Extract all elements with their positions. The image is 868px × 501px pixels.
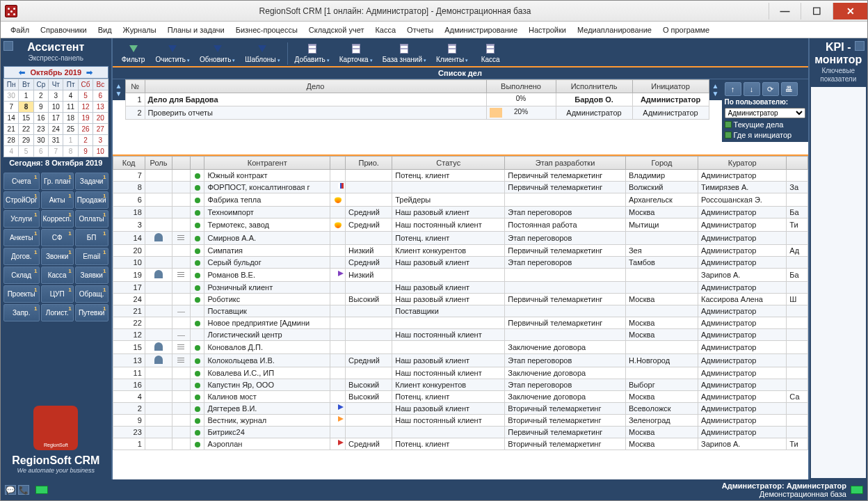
move-up-icon[interactable]: ↑: [725, 82, 741, 96]
contr-row[interactable]: 15Коновалов Д.П.Заключение договораАдмин…: [113, 341, 807, 354]
toolbar-refresh[interactable]: Обновить▾: [195, 41, 239, 65]
scroll-up-icon[interactable]: ▲: [712, 82, 719, 90]
quick-Оплаты[interactable]: Оплаты1: [75, 210, 108, 228]
menu-Бизнес-процессы[interactable]: Бизнес-процессы: [232, 24, 302, 35]
cal-day[interactable]: 26: [78, 124, 93, 135]
cal-day[interactable]: 10: [93, 146, 108, 157]
contr-col[interactable]: [172, 157, 190, 170]
contractors-table[interactable]: КодРольКонтрагентПрио.СтатусЭтап разрабо…: [113, 156, 808, 450]
cal-day[interactable]: 4: [4, 146, 19, 157]
quick-Услуги[interactable]: Услуги1: [3, 210, 40, 228]
cal-day[interactable]: 5: [19, 146, 33, 157]
cal-day[interactable]: 3: [93, 135, 108, 146]
cases-row[interactable]: 1Дело для Бардова0%Бардов О.Администрато…: [125, 93, 709, 106]
contr-col[interactable]: Город: [625, 157, 698, 170]
toolbar-card[interactable]: Карточка▾: [335, 41, 377, 65]
menu-О программе[interactable]: О программе: [659, 24, 714, 35]
quick-БП[interactable]: БП1: [75, 229, 108, 246]
contr-row[interactable]: 12—Логистический центрНаш постоянный кли…: [113, 329, 807, 341]
chk-initiator[interactable]: Где я инициатор: [725, 131, 805, 139]
quick-Догов.[interactable]: Догов.1: [3, 248, 40, 265]
chk-current[interactable]: Текущие дела: [725, 120, 805, 129]
cases-col[interactable]: №: [125, 80, 145, 93]
quick-Обращ.[interactable]: Обращ.1: [75, 285, 108, 303]
collapse-icon[interactable]: [855, 41, 865, 51]
quick-ЦУП[interactable]: ЦУП1: [41, 285, 74, 303]
cal-day[interactable]: 7: [49, 146, 63, 157]
toolbar-add[interactable]: Добавить▾: [291, 41, 334, 65]
close-button[interactable]: ✕: [833, 3, 867, 19]
menu-Файл[interactable]: Файл: [6, 24, 33, 35]
scroll-up-icon[interactable]: ▲: [115, 82, 122, 90]
cal-day[interactable]: 3: [49, 90, 63, 102]
quick-Логист.[interactable]: Логист.1: [41, 304, 74, 321]
toolbar-clients[interactable]: Клиенты▾: [432, 41, 472, 65]
cal-day[interactable]: 27: [93, 124, 108, 135]
cal-day[interactable]: 15: [19, 113, 33, 124]
contr-col[interactable]: Код: [113, 157, 145, 170]
cal-day[interactable]: 13: [93, 102, 108, 113]
contr-col[interactable]: Роль: [145, 157, 172, 170]
cal-day[interactable]: 30: [33, 135, 48, 146]
quick-Касса[interactable]: Касса1: [41, 267, 74, 284]
cal-day[interactable]: 31: [49, 135, 63, 146]
toolbar-clear[interactable]: Очистить▾: [152, 41, 195, 65]
quick-Счета[interactable]: Счета1: [3, 173, 40, 190]
cases-table[interactable]: №ДелоВыполненоИсполнительИнициатор 1Дело…: [125, 79, 709, 120]
contr-col[interactable]: Контрагент: [204, 157, 330, 170]
quick-Анкеты[interactable]: Анкеты1: [3, 229, 40, 246]
cal-day[interactable]: 29: [19, 135, 33, 146]
cases-col[interactable]: Инициатор: [632, 80, 709, 93]
cases-col[interactable]: Исполнитель: [556, 80, 632, 93]
cases-row[interactable]: 2Проверить отчеты20%АдминистраторАдминис…: [125, 106, 709, 120]
contr-row[interactable]: 16Капустин Яр, ОООВысокийКлиент конкурен…: [113, 379, 807, 391]
toolbar-kb[interactable]: База знаний▾: [378, 41, 431, 65]
quick-Запр.[interactable]: Запр.1: [3, 304, 40, 321]
cal-day[interactable]: 20: [93, 113, 108, 124]
quick-Акты[interactable]: Акты1: [41, 191, 74, 209]
menu-Планы и задачи[interactable]: Планы и задачи: [163, 24, 229, 35]
cal-day[interactable]: 23: [33, 124, 48, 135]
menu-Журналы[interactable]: Журналы: [119, 24, 161, 35]
contr-row[interactable]: 21—ПоставщикПоставщикиАдминистратор: [113, 305, 807, 317]
cal-day[interactable]: 8: [19, 102, 33, 113]
contr-row[interactable]: 8ФОРПОСТ, консалтинговая гПервичный теле…: [113, 182, 807, 193]
contr-row[interactable]: 22Новое предприятие [АдминиПервичный тел…: [113, 317, 807, 329]
cal-day[interactable]: 21: [4, 124, 19, 135]
cal-day[interactable]: 9: [78, 146, 93, 157]
contr-row[interactable]: 24РоботиксВысокийНаш разовый клиентПерви…: [113, 294, 807, 305]
cal-day[interactable]: 14: [4, 113, 19, 124]
menu-Справочники[interactable]: Справочники: [36, 24, 91, 35]
quick-СтройОрг[interactable]: СтройОрг1: [3, 191, 40, 209]
cal-day[interactable]: 12: [78, 102, 93, 113]
cal-day[interactable]: 2: [33, 90, 48, 102]
contr-col[interactable]: Статус: [392, 157, 505, 170]
contr-row[interactable]: 6Фабрика теплаТрейдерыАрхангельскРоссоша…: [113, 193, 807, 207]
contr-col[interactable]: Этап разработки: [505, 157, 626, 170]
cal-day[interactable]: 6: [33, 146, 48, 157]
quick-Склад[interactable]: Склад1: [3, 267, 40, 284]
contr-row[interactable]: 4Калинов мостВысокийПотенц. клиентЗаключ…: [113, 391, 807, 403]
chat-icon[interactable]: 💬: [5, 485, 16, 495]
quick-Email[interactable]: Email1: [75, 248, 108, 265]
contr-col[interactable]: Прио.: [346, 157, 392, 170]
menu-Вид[interactable]: Вид: [94, 24, 116, 35]
contr-row[interactable]: 20СимпатияНизкийКлиент конкурентовПервич…: [113, 245, 807, 257]
quick-Корресп.[interactable]: Корресп.1: [41, 210, 74, 228]
contr-row[interactable]: 3Термотекс, заводСреднийНаш постоянный к…: [113, 218, 807, 232]
contr-row[interactable]: 18ТехноимпортСреднийНаш разовый клиентЭт…: [113, 207, 807, 218]
cal-day[interactable]: 17: [49, 113, 63, 124]
quick-Гр. план[interactable]: Гр. план1: [41, 173, 74, 190]
cal-day[interactable]: 8: [63, 146, 78, 157]
contr-row[interactable]: 7Южный контрактПотенц. клиентПервичный т…: [113, 170, 807, 182]
contr-row[interactable]: 17Розничный клиентНаш разовый клиентАдми…: [113, 282, 807, 294]
contr-row[interactable]: 2Дягтерев В.И.Наш разовый клиентВторичны…: [113, 403, 807, 415]
contr-row[interactable]: 11Ковалева И.С., ИПНаш постоянный клиент…: [113, 367, 807, 379]
toolbar-filter[interactable]: Фильтр: [117, 41, 150, 65]
contr-col[interactable]: Куратор: [698, 157, 787, 170]
menu-Касса[interactable]: Касса: [371, 24, 400, 35]
cal-day[interactable]: 30: [4, 90, 19, 102]
menu-Медиапланирование[interactable]: Медиапланирование: [573, 24, 656, 35]
collapse-icon[interactable]: [3, 41, 13, 51]
cal-day[interactable]: 25: [63, 124, 78, 135]
